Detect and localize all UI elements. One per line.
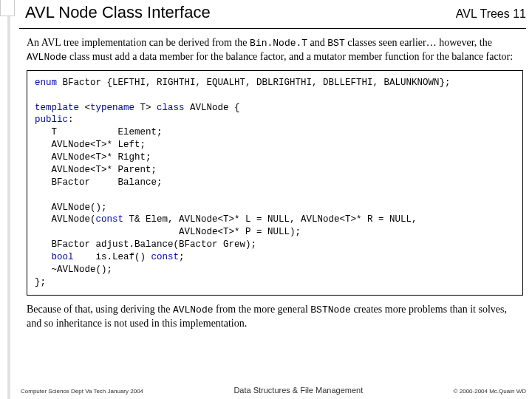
keyword: const xyxy=(96,214,124,225)
code-inline: AVLNode xyxy=(27,52,67,63)
section-label: AVL Trees xyxy=(456,7,510,20)
keyword: enum xyxy=(35,78,57,88)
keyword: typename xyxy=(90,103,134,113)
footer-left: Computer Science Dept Va Tech January 20… xyxy=(21,388,143,395)
code-inline: Bin.Node.T xyxy=(250,38,307,49)
footer-right: © 2000-2004 Mc.Quain WD xyxy=(454,388,526,395)
code-inline: BSTNode xyxy=(310,304,351,316)
slide-header: AVL Node Class Interface AVL Trees 11 xyxy=(16,0,526,28)
keyword: const xyxy=(151,252,180,262)
keyword: public xyxy=(35,115,68,125)
content-area: An AVL tree implementation can be derive… xyxy=(19,28,526,330)
code-listing: enum BFactor {LEFTHI, RIGHTHI, EQUALHT, … xyxy=(27,70,523,296)
page-number: 11 xyxy=(513,7,526,20)
keyword: template xyxy=(35,103,79,113)
outro-paragraph: Because of that, using deriving the AVLN… xyxy=(27,303,523,331)
slide-title: AVL Node Class Interface xyxy=(25,3,211,22)
code-inline: AVLNode xyxy=(173,304,214,316)
keyword: class xyxy=(157,103,185,113)
keyword: bool xyxy=(52,252,74,262)
footer-center: Data Structures & File Management xyxy=(233,386,363,395)
slide-page: AVL Node Class Interface AVL Trees 11 An… xyxy=(7,0,532,399)
page-tab-decor xyxy=(0,0,15,16)
slide-section-page: AVL Trees 11 xyxy=(456,7,526,21)
code-inline: BST xyxy=(327,38,344,49)
slide-footer: Computer Science Dept Va Tech January 20… xyxy=(21,383,526,395)
intro-paragraph: An AVL tree implementation can be derive… xyxy=(27,36,523,64)
